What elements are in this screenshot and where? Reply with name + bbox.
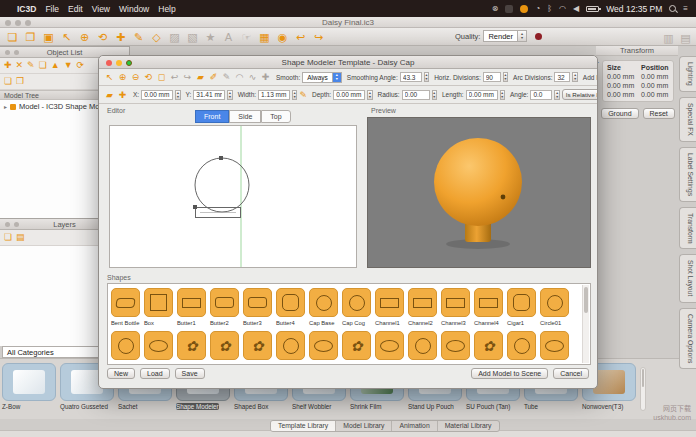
stepper-icon[interactable] (572, 72, 577, 82)
zoom-icon[interactable]: ⊕ (78, 30, 91, 44)
side-tab[interactable]: Camera Options (679, 308, 696, 370)
shape-tile[interactable]: Circle01 (540, 288, 569, 327)
arc-divisions-input[interactable] (554, 72, 570, 82)
stepper-icon[interactable] (554, 90, 559, 100)
side-tab[interactable]: Shot Layout (679, 254, 696, 302)
film-icon[interactable]: ▧ (186, 30, 199, 44)
shape-tile[interactable] (111, 331, 140, 360)
new-icon[interactable]: ❏ (6, 30, 19, 44)
shape-tile[interactable]: Butter1 (177, 288, 206, 327)
side-tab[interactable]: Special FX (679, 97, 696, 142)
polygon-icon[interactable]: ◇ (150, 30, 163, 44)
shape-tile[interactable] (474, 331, 503, 360)
shape-tile[interactable] (309, 331, 338, 360)
stepper-icon[interactable] (500, 90, 505, 100)
panel-toggle-icon-1[interactable]: ▥ (662, 31, 675, 45)
library-tab[interactable]: Material Library (438, 421, 499, 431)
undo-icon[interactable]: ↩ (169, 72, 180, 82)
layers-traffic-lights[interactable] (5, 222, 19, 227)
ground-button[interactable]: Ground (601, 108, 638, 119)
dialog-traffic-lights[interactable] (106, 60, 132, 66)
shape-tile[interactable]: Butter4 (276, 288, 305, 327)
app-status-icon-2[interactable] (505, 5, 513, 13)
shape-tile[interactable] (441, 331, 470, 360)
hand-icon[interactable]: ☞ (240, 30, 253, 44)
shape-fill-icon[interactable]: ▰ (195, 72, 206, 82)
shape-tile[interactable]: Bent Bottle (111, 288, 140, 327)
shape-tile[interactable]: Channel4 (474, 288, 503, 327)
shape-tile[interactable] (408, 331, 437, 360)
shape-tile[interactable]: Channel3 (441, 288, 470, 327)
shape-tile[interactable] (144, 331, 173, 360)
select-icon[interactable]: ↖ (60, 30, 73, 44)
shape-tile[interactable] (540, 331, 569, 360)
stepper-icon[interactable] (432, 90, 437, 100)
width-input[interactable] (258, 90, 290, 100)
text-tool-icon[interactable]: A (222, 30, 235, 44)
disclosure-icon[interactable]: ▸ (4, 103, 7, 110)
control-center-icon[interactable]: ≡ (683, 5, 688, 13)
redo-icon[interactable]: ↪ (182, 72, 193, 82)
undo-icon[interactable]: ↩ (294, 30, 307, 44)
new-button[interactable]: New (107, 368, 135, 379)
menu-clock[interactable]: Wed 12:35 PM (606, 4, 662, 14)
shape-tile[interactable] (177, 331, 206, 360)
load-button[interactable]: Load (140, 368, 170, 379)
shape-tile[interactable] (342, 331, 371, 360)
fill-shape-icon[interactable]: ▰ (104, 90, 115, 100)
volume-icon[interactable]: ◀ (573, 5, 579, 13)
remove-object-icon[interactable]: ✕ (16, 60, 24, 71)
shape-tile[interactable]: Channel2 (408, 288, 437, 327)
library-tab[interactable]: Animation (392, 421, 437, 431)
editor-canvas[interactable] (109, 125, 357, 268)
shape-tile[interactable]: Cigar1 (507, 288, 536, 327)
shape-tile[interactable] (276, 331, 305, 360)
menu-item[interactable]: View (92, 4, 110, 14)
duplicate-icon[interactable]: ❏ (39, 60, 47, 71)
shapes-scrollbar[interactable] (582, 285, 589, 363)
dialog-titlebar[interactable]: Shape Modeler Template - Daisy Cap (99, 56, 597, 69)
shape-tile[interactable]: Cap Cog (342, 288, 371, 327)
angle-input[interactable] (530, 90, 552, 100)
side-tab[interactable]: Label Settings (679, 147, 696, 202)
shape-tile[interactable]: Channel1 (375, 288, 404, 327)
record-icon[interactable] (535, 33, 542, 40)
refresh-icon[interactable]: ⟳ (77, 60, 85, 71)
menu-item[interactable]: IC3D (17, 4, 36, 14)
cancel-button[interactable]: Cancel (553, 368, 589, 379)
stepper-icon[interactable] (367, 90, 372, 100)
clock-icon[interactable]: ◔ (535, 5, 540, 13)
pen-icon[interactable]: ✎ (221, 72, 232, 82)
shape-tile[interactable]: Box (144, 288, 173, 327)
wifi-icon[interactable]: ◠ (559, 5, 566, 13)
add-layer-icon[interactable]: ❏ (4, 232, 12, 243)
eyedropper-icon[interactable]: ✐ (208, 72, 219, 82)
favorite-icon[interactable]: ★ (204, 30, 217, 44)
y-input[interactable] (193, 90, 225, 100)
template-item[interactable]: Z-Bow (2, 363, 56, 411)
horiz-divisions-input[interactable] (483, 72, 501, 82)
stepper-icon[interactable] (175, 90, 180, 100)
save-button[interactable]: Save (175, 368, 205, 379)
fit-view-icon[interactable]: ◻ (156, 72, 167, 82)
stepper-icon[interactable] (292, 90, 297, 100)
x-input[interactable] (141, 90, 173, 100)
menu-item[interactable]: File (45, 4, 59, 14)
redo-icon[interactable]: ↪ (312, 30, 325, 44)
battery-icon[interactable] (586, 6, 599, 12)
library-tab[interactable]: Model Library (336, 421, 392, 431)
menu-item[interactable]: Edit (68, 4, 83, 14)
view-tab[interactable]: Front (195, 110, 229, 123)
side-tab[interactable]: Lighting (679, 56, 696, 92)
template-thumbnail[interactable] (2, 363, 56, 401)
mesh-icon[interactable]: ▦ (258, 30, 271, 44)
add-model-to-scene-button[interactable]: Add Model to Scene (471, 368, 548, 379)
panel-toggle-icon-2[interactable]: ▤ (679, 31, 692, 45)
shape-tile[interactable] (243, 331, 272, 360)
zoom-in-icon[interactable]: ⊕ (117, 72, 128, 82)
object-list-traffic-lights[interactable] (5, 50, 19, 55)
image-icon[interactable]: ▨ (168, 30, 181, 44)
smoothing-angle-input[interactable] (400, 72, 422, 82)
edit-object-icon[interactable]: ✎ (27, 60, 35, 71)
view-tab[interactable]: Top (261, 110, 290, 123)
